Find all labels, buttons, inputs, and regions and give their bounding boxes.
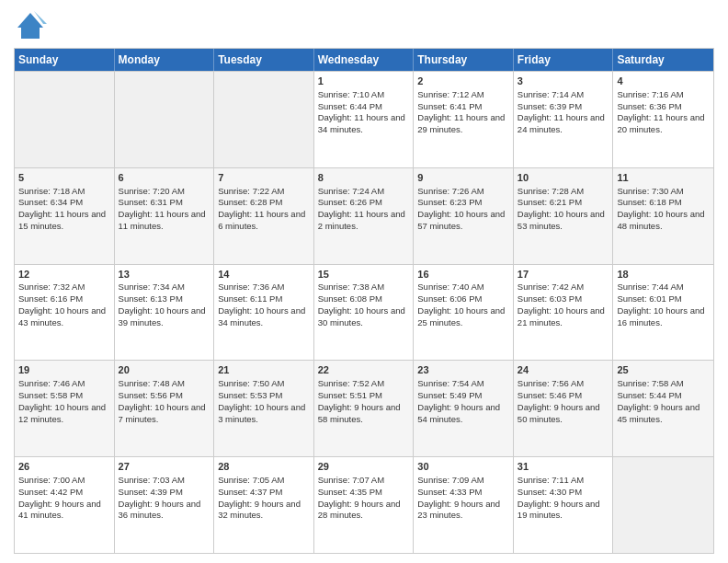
daylight-text: Daylight: 10 hours and 3 minutes. <box>218 402 305 424</box>
day-number: 19 <box>18 363 110 377</box>
day-cell-11: 11Sunrise: 7:30 AMSunset: 6:18 PMDayligh… <box>613 168 713 264</box>
day-cell-26: 26Sunrise: 7:00 AMSunset: 4:42 PMDayligh… <box>15 457 115 553</box>
day-number: 17 <box>518 268 609 282</box>
sunrise-text: Sunrise: 7:58 AM <box>617 378 683 388</box>
day-number: 16 <box>417 268 509 282</box>
daylight-text: Daylight: 11 hours and 29 minutes. <box>417 112 505 134</box>
sunrise-text: Sunrise: 7:24 AM <box>318 186 384 196</box>
day-cell-28: 28Sunrise: 7:05 AMSunset: 4:37 PMDayligh… <box>214 457 314 553</box>
day-cell-12: 12Sunrise: 7:32 AMSunset: 6:16 PMDayligh… <box>15 265 115 361</box>
calendar-header: SundayMondayTuesdayWednesdayThursdayFrid… <box>15 49 713 71</box>
daylight-text: Daylight: 9 hours and 36 minutes. <box>119 499 201 521</box>
sunset-text: Sunset: 4:37 PM <box>218 487 282 497</box>
sunrise-text: Sunrise: 7:46 AM <box>18 378 85 388</box>
sunrise-text: Sunrise: 7:56 AM <box>518 378 584 388</box>
day-cell-24: 24Sunrise: 7:56 AMSunset: 5:46 PMDayligh… <box>514 361 614 456</box>
week-row-1: 5Sunrise: 7:18 AMSunset: 6:34 PMDaylight… <box>15 167 713 264</box>
day-cell-13: 13Sunrise: 7:34 AMSunset: 6:13 PMDayligh… <box>115 265 215 361</box>
header-day-sunday: Sunday <box>15 49 115 71</box>
week-row-0: 1Sunrise: 7:10 AMSunset: 6:44 PMDaylight… <box>15 71 713 167</box>
sunset-text: Sunset: 4:35 PM <box>318 487 382 497</box>
sunset-text: Sunset: 5:49 PM <box>417 390 482 400</box>
day-number: 10 <box>518 171 609 185</box>
day-cell-29: 29Sunrise: 7:07 AMSunset: 4:35 PMDayligh… <box>314 457 415 553</box>
sunrise-text: Sunrise: 7:34 AM <box>119 282 185 292</box>
daylight-text: Daylight: 11 hours and 15 minutes. <box>18 209 106 231</box>
sunset-text: Sunset: 6:23 PM <box>417 197 482 207</box>
header-day-wednesday: Wednesday <box>314 49 415 71</box>
daylight-text: Daylight: 10 hours and 12 minutes. <box>18 402 106 424</box>
day-number: 18 <box>617 268 710 282</box>
sunset-text: Sunset: 6:03 PM <box>518 293 582 304</box>
day-number: 31 <box>518 460 609 474</box>
daylight-text: Daylight: 11 hours and 34 minutes. <box>318 112 405 134</box>
daylight-text: Daylight: 9 hours and 23 minutes. <box>417 499 500 521</box>
sunset-text: Sunset: 6:08 PM <box>318 293 382 304</box>
sunrise-text: Sunrise: 7:32 AM <box>18 282 85 292</box>
week-row-3: 19Sunrise: 7:46 AMSunset: 5:58 PMDayligh… <box>15 360 713 456</box>
day-cell-17: 17Sunrise: 7:42 AMSunset: 6:03 PMDayligh… <box>514 265 614 361</box>
sunrise-text: Sunrise: 7:28 AM <box>518 186 584 196</box>
daylight-text: Daylight: 9 hours and 54 minutes. <box>417 402 500 424</box>
sunrise-text: Sunrise: 7:26 AM <box>417 186 483 196</box>
sunset-text: Sunset: 4:30 PM <box>518 487 582 497</box>
sunset-text: Sunset: 5:53 PM <box>218 390 282 400</box>
day-number: 3 <box>518 75 609 88</box>
empty-cell <box>115 72 215 167</box>
daylight-text: Daylight: 9 hours and 41 minutes. <box>18 499 101 521</box>
daylight-text: Daylight: 10 hours and 30 minutes. <box>318 305 405 327</box>
daylight-text: Daylight: 9 hours and 58 minutes. <box>318 402 401 424</box>
sunset-text: Sunset: 6:41 PM <box>417 101 482 111</box>
sunset-text: Sunset: 6:01 PM <box>617 293 681 304</box>
day-number: 30 <box>417 460 509 474</box>
day-cell-16: 16Sunrise: 7:40 AMSunset: 6:06 PMDayligh… <box>414 265 514 361</box>
sunrise-text: Sunrise: 7:22 AM <box>218 186 284 196</box>
header-day-monday: Monday <box>115 49 215 71</box>
sunrise-text: Sunrise: 7:30 AM <box>617 186 683 196</box>
sunrise-text: Sunrise: 7:10 AM <box>318 89 384 99</box>
sunrise-text: Sunrise: 7:12 AM <box>417 89 483 99</box>
calendar-body: 1Sunrise: 7:10 AMSunset: 6:44 PMDaylight… <box>15 71 713 553</box>
header-day-tuesday: Tuesday <box>214 49 314 71</box>
daylight-text: Daylight: 11 hours and 11 minutes. <box>119 209 206 231</box>
day-cell-4: 4Sunrise: 7:16 AMSunset: 6:36 PMDaylight… <box>613 72 713 167</box>
day-cell-27: 27Sunrise: 7:03 AMSunset: 4:39 PMDayligh… <box>115 457 215 553</box>
day-number: 29 <box>318 460 410 474</box>
sunrise-text: Sunrise: 7:20 AM <box>119 186 185 196</box>
day-cell-25: 25Sunrise: 7:58 AMSunset: 5:44 PMDayligh… <box>613 361 713 456</box>
sunset-text: Sunset: 6:34 PM <box>18 197 83 207</box>
sunrise-text: Sunrise: 7:00 AM <box>18 475 85 485</box>
sunset-text: Sunset: 5:51 PM <box>318 390 382 400</box>
daylight-text: Daylight: 10 hours and 21 minutes. <box>518 305 605 327</box>
sunrise-text: Sunrise: 7:09 AM <box>417 475 483 485</box>
day-cell-2: 2Sunrise: 7:12 AMSunset: 6:41 PMDaylight… <box>414 72 514 167</box>
sunset-text: Sunset: 4:42 PM <box>18 487 83 497</box>
sunrise-text: Sunrise: 7:07 AM <box>318 475 384 485</box>
sunrise-text: Sunrise: 7:38 AM <box>318 282 384 292</box>
daylight-text: Daylight: 11 hours and 2 minutes. <box>318 209 405 231</box>
sunset-text: Sunset: 4:39 PM <box>119 487 183 497</box>
sunset-text: Sunset: 6:26 PM <box>318 197 382 207</box>
day-cell-9: 9Sunrise: 7:26 AMSunset: 6:23 PMDaylight… <box>414 168 514 264</box>
sunset-text: Sunset: 5:56 PM <box>119 390 183 400</box>
day-number: 9 <box>417 171 509 185</box>
day-number: 5 <box>18 171 110 185</box>
header-day-saturday: Saturday <box>613 49 713 71</box>
day-cell-7: 7Sunrise: 7:22 AMSunset: 6:28 PMDaylight… <box>214 168 314 264</box>
day-cell-31: 31Sunrise: 7:11 AMSunset: 4:30 PMDayligh… <box>514 457 614 553</box>
sunrise-text: Sunrise: 7:54 AM <box>417 378 483 388</box>
day-number: 20 <box>119 363 210 377</box>
day-number: 26 <box>18 460 110 474</box>
day-number: 2 <box>417 75 509 88</box>
day-number: 1 <box>318 75 410 88</box>
sunset-text: Sunset: 6:21 PM <box>518 197 582 207</box>
sunset-text: Sunset: 4:33 PM <box>417 487 482 497</box>
daylight-text: Daylight: 11 hours and 20 minutes. <box>617 112 704 134</box>
sunset-text: Sunset: 5:58 PM <box>18 390 83 400</box>
sunset-text: Sunset: 5:44 PM <box>617 390 681 400</box>
sunrise-text: Sunrise: 7:40 AM <box>417 282 483 292</box>
day-number: 4 <box>617 75 710 88</box>
sunset-text: Sunset: 6:28 PM <box>218 197 282 207</box>
sunrise-text: Sunrise: 7:16 AM <box>617 89 683 99</box>
day-number: 27 <box>119 460 210 474</box>
